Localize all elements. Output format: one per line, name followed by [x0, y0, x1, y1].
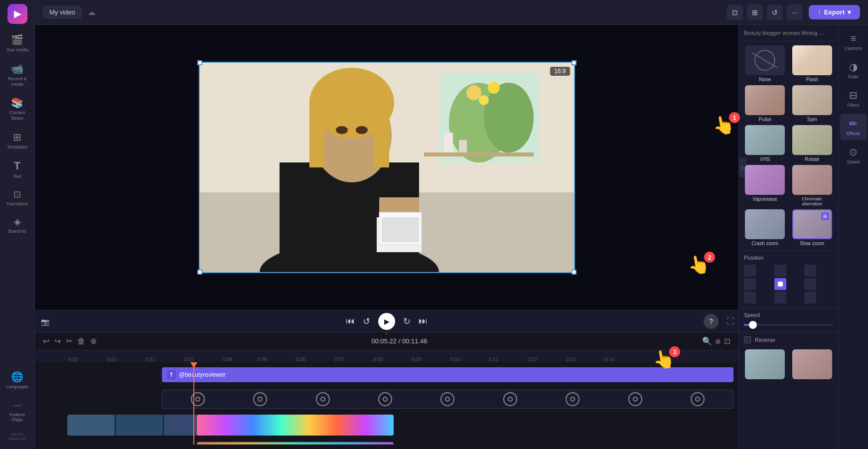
effect-crash-label: Crash zoom: [751, 241, 778, 246]
tool-effects[interactable]: ✏ Effects: [840, 114, 867, 140]
app-logo[interactable]: ▶: [7, 4, 27, 24]
pos-cell-tc[interactable]: [774, 265, 786, 277]
effect-flash-label: Flash: [806, 77, 818, 82]
timeline-tracks: T @beautyreviewer: [35, 362, 738, 445]
pos-cell-tl[interactable]: [744, 265, 756, 277]
svg-point-8: [479, 95, 489, 105]
effect-slow-zoom[interactable]: ⊞ Slow zoom: [790, 209, 835, 246]
pos-cell-ml[interactable]: [744, 278, 756, 290]
add-to-timeline-button[interactable]: ⊕: [90, 336, 97, 346]
rewind-button[interactable]: ↺: [363, 316, 370, 327]
effect-chromatic-label: Chromaticaberration: [802, 196, 822, 206]
resize-handle-tl[interactable]: [197, 60, 202, 65]
effect-extra-2[interactable]: [790, 349, 835, 379]
pos-cell-bc[interactable]: [774, 292, 786, 303]
tool-speed[interactable]: ⊙ Speed: [840, 142, 867, 168]
effect-spin[interactable]: Spin: [790, 85, 835, 122]
project-title[interactable]: My video: [43, 6, 82, 18]
tool-fade[interactable]: ◑ Fade: [840, 57, 867, 83]
audio-track-item[interactable]: [197, 442, 394, 445]
effect-none-label: None: [759, 77, 771, 82]
effect-rotate[interactable]: Rotate: [790, 125, 835, 162]
pos-cell-br[interactable]: [804, 292, 816, 303]
effect-pulse[interactable]: Pulse: [743, 85, 787, 122]
video-controls: 📷 ⏮ ↺ ▶ ↻ ⏭ ? ⛶ ⌄: [35, 310, 738, 332]
resize-handle-br[interactable]: [572, 270, 577, 275]
circle-icon-4: [378, 392, 392, 406]
sidebar-item-flags[interactable]: ··· FeatureFlags: [2, 395, 33, 426]
circle-icon-2: [253, 392, 267, 406]
effect-crash-thumb: [745, 209, 785, 239]
circle-icon-6: [503, 392, 517, 406]
fullscreen-button[interactable]: ⛶: [726, 317, 734, 326]
screenshot-button[interactable]: 📷: [41, 318, 49, 326]
effect-none-thumb: [745, 45, 785, 75]
tool-captions[interactable]: ≡ Captions: [840, 29, 867, 55]
effects-grid: None Flash Pulse: [739, 41, 838, 250]
effect-extra-1-thumb: [745, 349, 785, 379]
sidebar-item-record[interactable]: 📹 Record &create: [2, 59, 33, 91]
effects-panel: Beauty blogger woman filming ... None: [738, 25, 838, 449]
effect-crash-zoom[interactable]: Crash zoom: [743, 209, 787, 246]
reverse-checkbox[interactable]: [744, 336, 751, 343]
timeline-collapse-button[interactable]: ⌄: [384, 328, 390, 336]
sidebar-item-languages[interactable]: 🌐 Languages: [2, 367, 33, 393]
pos-cell-bl[interactable]: [744, 292, 756, 303]
icons-track-item[interactable]: [162, 390, 733, 409]
effect-pulse-thumb: [745, 85, 785, 115]
more-options-button[interactable]: ···: [787, 4, 803, 20]
sidebar-item-version[interactable]: Versione8b8ec60: [2, 428, 33, 445]
tool-filters[interactable]: ⊟ Filters: [840, 85, 867, 112]
colorful-animation-track[interactable]: [197, 415, 394, 436]
sidebar-item-templates[interactable]: ⊞ Templates: [2, 127, 33, 153]
sidebar-item-transitions[interactable]: ⊡ Transitions: [2, 185, 33, 210]
media-icon: 🎬: [11, 34, 23, 46]
pos-cell-mr[interactable]: [804, 278, 816, 290]
flags-icon: ···: [13, 399, 21, 411]
pos-cell-mc[interactable]: [774, 278, 786, 290]
speed-section: Speed: [739, 307, 838, 332]
skip-back-button[interactable]: ⏮: [346, 316, 355, 326]
fit-timeline-button[interactable]: ⊡: [724, 336, 730, 346]
effect-chromatic[interactable]: Chromaticaberration: [790, 165, 835, 206]
effect-vaporwave[interactable]: Vaporwave: [743, 165, 787, 206]
reverse-label: Reverse: [755, 337, 775, 343]
skip-forward-button[interactable]: ⏭: [419, 316, 428, 326]
delete-button[interactable]: 🗑: [77, 337, 85, 346]
undo-button[interactable]: ↩: [43, 336, 49, 346]
left-sidebar: ▶ 🎬 Your media 📹 Record &create 📚 Conten…: [0, 0, 35, 449]
sidebar-item-content[interactable]: 📚 Contentlibrary: [2, 93, 33, 125]
effect-none[interactable]: None: [743, 45, 787, 82]
sidebar-item-media[interactable]: 🎬 Your media: [2, 30, 33, 57]
effect-vhs[interactable]: VHS: [743, 125, 787, 162]
effect-chromatic-thumb: [792, 165, 832, 195]
reverse-row: Reverse: [744, 336, 833, 343]
help-button[interactable]: ?: [704, 314, 719, 329]
rotate-tool-button[interactable]: ↺: [767, 4, 783, 20]
crop-tool-button[interactable]: ⊡: [727, 4, 743, 20]
zoom-out-button[interactable]: 🔍: [702, 336, 712, 346]
effect-extra-1[interactable]: [743, 349, 787, 379]
video-image: [200, 63, 574, 272]
record-icon: 📹: [11, 63, 23, 75]
text-track-item[interactable]: T @beautyreviewer: [162, 367, 733, 382]
effect-flash[interactable]: Flash: [790, 45, 835, 82]
speed-thumb[interactable]: [749, 321, 757, 329]
effect-rotate-label: Rotate: [805, 156, 819, 162]
sidebar-item-text[interactable]: T Text: [2, 155, 33, 183]
audio-track-content: [67, 440, 738, 445]
pos-cell-tr[interactable]: [804, 265, 816, 277]
play-pause-button[interactable]: ▶: [378, 313, 395, 330]
position-title: Position: [744, 255, 833, 261]
playhead[interactable]: [193, 362, 194, 445]
resize-handle-bl[interactable]: [197, 270, 202, 275]
redo-button[interactable]: ↪: [54, 336, 61, 346]
fit-tool-button[interactable]: ⊞: [747, 4, 763, 20]
forward-button[interactable]: ↻: [403, 316, 411, 327]
sidebar-item-brand[interactable]: ◈ Brand kit: [2, 212, 33, 238]
export-button[interactable]: ↑ Export ▾: [809, 5, 860, 19]
cut-button[interactable]: ✂: [66, 336, 72, 346]
resize-handle-tr[interactable]: [572, 60, 577, 65]
export-chevron-icon: ▾: [848, 8, 851, 16]
zoom-in-button[interactable]: ⊕: [715, 337, 721, 345]
